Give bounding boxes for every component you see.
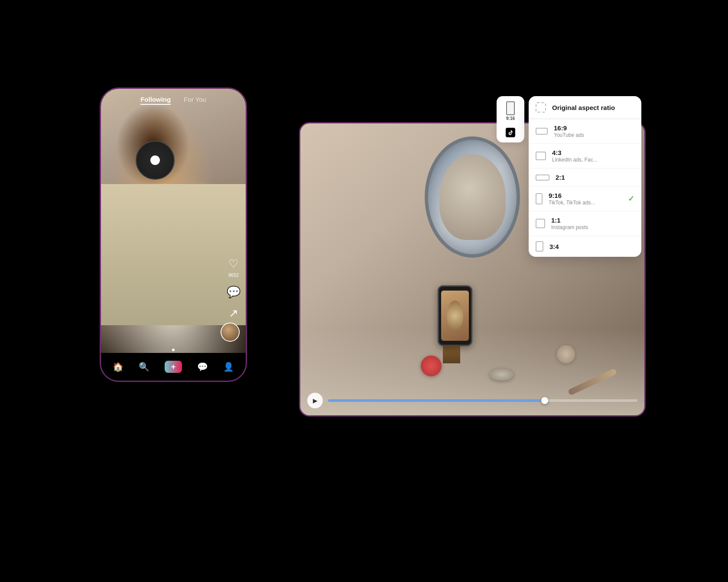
- aspect-title-1-1: 1:1: [551, 217, 634, 224]
- tab-following[interactable]: Following: [140, 96, 171, 105]
- aspect-item-16-9[interactable]: 16:9 YouTube ads: [529, 119, 641, 144]
- search-icon[interactable]: 🔍: [139, 362, 150, 372]
- makeup-jar-silver: [490, 369, 514, 381]
- home-icon[interactable]: 🏠: [113, 362, 124, 372]
- aspect-title-9-16: 9:16: [549, 192, 622, 199]
- aspect-ratio-icon-4-3: [536, 152, 546, 160]
- aspect-title-16-9: 16:9: [554, 124, 634, 132]
- bottom-nav: 🏠 🔍 + 💬 👤: [101, 353, 246, 381]
- progress-thumb[interactable]: [541, 397, 548, 404]
- avatar[interactable]: [221, 323, 240, 342]
- aspect-item-text-4-3: 4:3 LinkedIn ads, Fac...: [552, 149, 634, 163]
- mini-phone: [438, 285, 472, 346]
- ratio-mini-tiktok[interactable]: [503, 126, 518, 139]
- aspect-title-2-1: 2:1: [556, 174, 634, 181]
- share-action[interactable]: ↗: [229, 307, 238, 320]
- makeup-jar-red: [421, 356, 442, 376]
- share-icon: ↗: [229, 307, 238, 320]
- aspect-ratio-icon-9-16: [536, 193, 543, 204]
- like-action[interactable]: ♡ 9652: [228, 257, 239, 278]
- aspect-ratio-icon-original: [536, 102, 546, 113]
- aspect-item-9-16[interactable]: 9:16 TikTok, TikTok ads... ✓: [529, 187, 641, 211]
- aspect-sub-9-16: TikTok, TikTok ads...: [549, 200, 622, 206]
- aspect-item-original[interactable]: Original aspect ratio: [529, 96, 641, 119]
- phone-left: Following For You ♡ 9652: [100, 87, 247, 382]
- video-subject: [101, 89, 246, 353]
- aspect-item-text-3-4: 3:4: [549, 243, 634, 250]
- aspect-item-text-9-16: 9:16 TikTok, TikTok ads...: [549, 192, 622, 206]
- aspect-item-text-1-1: 1:1 Instagram posts: [551, 217, 634, 230]
- tab-for-you[interactable]: For You: [184, 96, 206, 105]
- cosmetic-item: [557, 345, 575, 363]
- aspect-title-3-4: 3:4: [549, 243, 634, 250]
- comment-action[interactable]: 💬: [227, 285, 240, 299]
- like-count: 9652: [228, 272, 239, 278]
- progress-dot: [172, 349, 175, 351]
- play-button[interactable]: ▶: [307, 393, 323, 408]
- tiktok-brand-icon: [506, 128, 515, 137]
- aspect-ratio-icon-1-1: [536, 219, 545, 228]
- mirror: [425, 136, 520, 258]
- aspect-item-1-1[interactable]: 1:1 Instagram posts: [529, 211, 641, 236]
- aspect-ratio-icon-3-4: [536, 241, 543, 252]
- progress-track[interactable]: [328, 399, 637, 402]
- aspect-sub-1-1: Instagram posts: [551, 224, 634, 230]
- aspect-ratio-icon-2-1: [536, 175, 549, 181]
- tiktok-tabs: Following For You: [101, 96, 246, 105]
- aspect-ratio-panel: Original aspect ratio 16:9 YouTube ads 4…: [529, 96, 641, 257]
- main-scene: Following For You ♡ 9652: [82, 53, 646, 529]
- ratio-mini-916-label: 9:16: [506, 116, 515, 121]
- video-playback-bar: ▶: [307, 393, 637, 408]
- aspect-item-2-1[interactable]: 2:1: [529, 168, 641, 187]
- selected-check-icon: ✓: [628, 194, 634, 204]
- right-actions: ♡ 9652 💬 ↗: [227, 257, 240, 320]
- progress-fill: [328, 399, 545, 402]
- inbox-icon[interactable]: 💬: [197, 362, 208, 372]
- aspect-title-original: Original aspect ratio: [552, 104, 634, 111]
- comment-icon: 💬: [227, 285, 240, 299]
- aspect-item-3-4[interactable]: 3:4: [529, 236, 641, 257]
- ratio-selector-mini: 9:16: [497, 96, 524, 142]
- aspect-item-text-2-1: 2:1: [556, 174, 634, 181]
- profile-icon[interactable]: 👤: [223, 362, 234, 372]
- aspect-sub-4-3: LinkedIn ads, Fac...: [552, 157, 634, 163]
- ratio-mini-916[interactable]: 9:16: [504, 100, 517, 123]
- aspect-sub-16-9: YouTube ads: [554, 132, 634, 138]
- aspect-ratio-icon-16-9: [536, 128, 548, 135]
- create-button[interactable]: +: [165, 361, 182, 373]
- aspect-title-4-3: 4:3: [552, 149, 634, 156]
- aspect-item-4-3[interactable]: 4:3 LinkedIn ads, Fac...: [529, 144, 641, 168]
- play-icon: ▶: [313, 397, 318, 404]
- aspect-item-text-original: Original aspect ratio: [552, 104, 634, 111]
- heart-icon: ♡: [228, 257, 238, 271]
- aspect-item-text-16-9: 16:9 YouTube ads: [554, 124, 634, 138]
